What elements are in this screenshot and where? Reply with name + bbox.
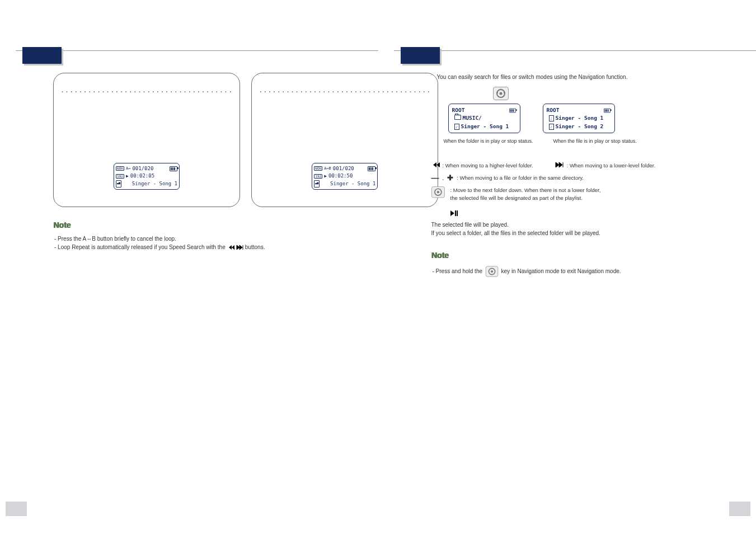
battery-icon xyxy=(604,108,611,113)
mode-badge: NOR xyxy=(314,166,322,171)
lcd-screen-1: NOR A↔ 001/020 192 ▶ 00:02:05 ▃▅ Si xyxy=(114,163,180,190)
lcd-panel-1: . . . . . . . . . . . . . . . . . . . . … xyxy=(53,73,240,207)
right-page: You can easily search for files or switc… xyxy=(378,0,757,534)
track-title: Singer - Song 1 xyxy=(321,180,375,188)
root-label: ROOT xyxy=(547,106,560,114)
header-block xyxy=(22,47,62,64)
play-line-1: The selected file will be played. xyxy=(431,221,712,229)
minus-icon: — xyxy=(431,172,439,184)
nav-dial-icon xyxy=(493,87,509,100)
file-label: Singer - Song 2 xyxy=(556,123,604,129)
next-track-icon xyxy=(556,162,564,170)
plus-icon: ✚ xyxy=(447,172,453,184)
time-indicator: 00:02:05 xyxy=(130,172,154,180)
battery-icon xyxy=(170,166,177,171)
root-label: ROOT xyxy=(452,106,465,114)
svg-point-7 xyxy=(491,270,493,273)
battery-icon xyxy=(509,108,516,113)
play-icon: ▶ xyxy=(126,173,129,180)
caption-file: When the file is in play or stop status. xyxy=(553,138,637,146)
file-label: Singer - Song 1 xyxy=(556,115,604,121)
nav-screen-file: ROOT ♪Singer - Song 1 ♪Singer - Song 2 xyxy=(543,104,615,133)
play-line-2: If you select a folder, all the files in… xyxy=(431,229,712,237)
nav-screen-folder: ROOT MUSIC/ ♪Singer - Song 1 xyxy=(448,104,520,133)
explain-same-dir: : When moving to a file or folder in the… xyxy=(457,174,584,182)
explain-lower: : When moving to a lower-level folder. xyxy=(567,162,655,170)
track-indicator: 001/020 xyxy=(132,165,153,173)
battery-icon xyxy=(368,166,375,171)
header-strip xyxy=(0,50,378,73)
track-title: Singer - Song 1 xyxy=(123,180,177,188)
dotted-divider: . . . . . . . . . . . . . . . . . . . . … xyxy=(62,86,232,95)
lcd-screen-2: NOR A↔B 001/020 192 ▶ 00:02:50 ▃▅ S xyxy=(312,163,378,190)
file-label: Singer - Song 1 xyxy=(461,123,509,129)
track-indicator: 001/020 xyxy=(333,165,354,173)
header-block xyxy=(401,47,440,64)
prev-track-icon xyxy=(431,162,439,170)
fast-forward-icon xyxy=(237,245,243,250)
note-exit: - Press and hold the key in Navigation m… xyxy=(431,265,712,278)
music-file-icon: ♪ xyxy=(549,124,554,130)
ab-indicator: A↔B xyxy=(324,166,331,172)
play-icon: ▶ xyxy=(324,173,327,180)
left-page: . . . . . . . . . . . . . . . . . . . . … xyxy=(0,0,378,534)
time-indicator: 00:02:50 xyxy=(328,172,353,180)
eq-badge: ▃▅ xyxy=(314,180,320,188)
explain-next-folder: : Move to the next folder down. When the… xyxy=(450,186,601,203)
music-file-icon: ♪ xyxy=(454,124,459,130)
note-line-2: - Loop Repeat is automatically released … xyxy=(53,243,334,251)
bitrate-badge: 192 xyxy=(116,174,124,179)
note-heading: Note xyxy=(431,250,712,261)
intro-text: You can easily search for files or switc… xyxy=(437,73,712,81)
note-heading: Note xyxy=(53,219,334,231)
play-pause-icon xyxy=(450,211,457,217)
mode-badge: NOR xyxy=(116,166,124,171)
bitrate-badge: 192 xyxy=(314,174,322,179)
ab-indicator: A↔ xyxy=(126,166,130,172)
svg-point-1 xyxy=(499,92,502,95)
svg-point-3 xyxy=(436,191,439,193)
svg-rect-5 xyxy=(457,210,458,216)
note-line-1: - Press the A↔B button briefly to cancel… xyxy=(53,235,334,243)
page-number-block xyxy=(6,502,27,516)
header-strip xyxy=(378,50,757,73)
music-file-icon: ♪ xyxy=(549,115,554,121)
caption-folder: When the folder is in play or stop statu… xyxy=(444,138,533,146)
folder-icon xyxy=(454,115,461,120)
page-number-block xyxy=(729,502,750,516)
folder-label: MUSIC/ xyxy=(463,115,482,121)
svg-rect-4 xyxy=(455,210,456,216)
explain-higher: : When moving to a higher-level folder. xyxy=(443,162,533,170)
eq-badge: ▃▅ xyxy=(116,180,121,188)
nav-dial-icon xyxy=(486,266,498,277)
rewind-icon xyxy=(227,245,234,250)
nav-dial-icon xyxy=(431,186,445,198)
